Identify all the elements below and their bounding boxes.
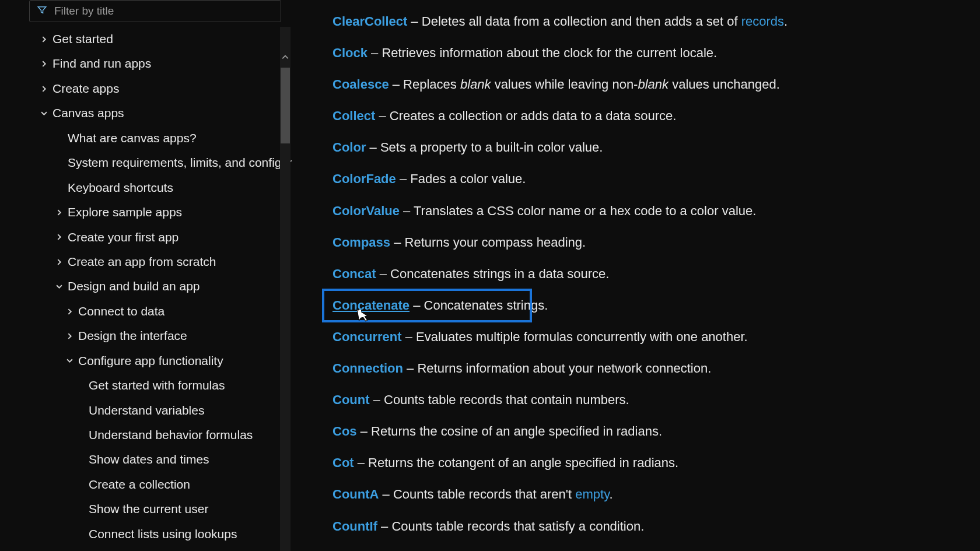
nav-item-label: Find and run apps — [52, 55, 151, 72]
function-entry: Cot – Returns the cotangent of an angle … — [332, 453, 957, 473]
chevron-down-icon[interactable] — [55, 283, 63, 291]
nav-item-label: Connect lists using lookups — [89, 525, 237, 543]
function-link[interactable]: Clock — [332, 45, 368, 60]
function-link[interactable]: Concatenate — [332, 298, 410, 313]
function-entry: ColorFade – Fades a color value. — [332, 169, 957, 189]
function-desc-text: – Returns your compass heading. — [390, 235, 586, 250]
nav-item-label: Connect to data — [78, 303, 164, 320]
function-desc-text: – Creates a collection or adds data to a… — [375, 108, 676, 123]
chevron-right-icon[interactable] — [65, 307, 74, 315]
nav-item-label: System requirements, limits, and configu… — [68, 154, 292, 171]
inline-link[interactable]: records — [741, 14, 784, 29]
function-link[interactable]: Concurrent — [332, 329, 402, 344]
function-link[interactable]: Coalesce — [332, 77, 389, 92]
nav-item-label: Configure app functionality — [78, 352, 223, 370]
function-desc-text: – Counts table records that contain numb… — [370, 392, 629, 407]
nav-item[interactable]: Create your first app — [29, 225, 274, 250]
function-link[interactable]: CountA — [332, 487, 379, 501]
function-desc-text: values unchanged. — [668, 77, 780, 92]
chevron-right-icon[interactable] — [55, 258, 63, 266]
function-entry: Connection – Returns information about y… — [332, 359, 957, 378]
nav-item[interactable]: Show dates and times — [29, 447, 274, 472]
chevron-right-icon[interactable] — [65, 332, 74, 340]
function-desc-italic: blank — [638, 77, 668, 92]
function-entry: ClearCollect – Deletes all data from a c… — [332, 12, 957, 31]
function-entry: Cos – Returns the cosine of an angle spe… — [332, 422, 957, 441]
filter-input[interactable] — [54, 5, 274, 17]
function-desc-text: – Counts table records that satisfy a co… — [377, 519, 644, 534]
function-link[interactable]: Cot — [332, 455, 354, 470]
nav-item[interactable]: Create an app from scratch — [29, 250, 274, 274]
nav-item[interactable]: Show the current user — [29, 497, 274, 521]
nav-item-label: Canvas apps — [52, 104, 124, 122]
function-link[interactable]: Concat — [332, 266, 376, 281]
function-link[interactable]: Count — [332, 392, 370, 407]
nav-item-label: What are canvas apps? — [68, 129, 197, 147]
nav-item[interactable]: Add a flow — [29, 546, 274, 551]
nav-item[interactable]: Connect to data — [29, 299, 274, 324]
chevron-right-icon[interactable] — [55, 233, 63, 241]
nav-item-label: Show the current user — [89, 500, 208, 518]
nav-item[interactable]: Find and run apps — [29, 51, 274, 76]
function-link[interactable]: ClearCollect — [332, 14, 407, 29]
chevron-down-icon[interactable] — [40, 110, 48, 118]
chevron-right-icon[interactable] — [40, 35, 48, 43]
scroll-up-icon[interactable] — [281, 52, 290, 62]
nav-item[interactable]: What are canvas apps? — [29, 126, 274, 150]
function-desc-text: – Sets a property to a built-in color va… — [366, 140, 603, 155]
function-desc-italic: blank — [460, 77, 491, 92]
nav-item-label: Design the interface — [78, 327, 187, 345]
function-desc-text: – Returns the cosine of an angle specifi… — [357, 424, 662, 438]
nav-item[interactable]: Create a collection — [29, 472, 274, 497]
nav-item-label: Explore sample apps — [68, 203, 182, 221]
nav-item[interactable]: Understand variables — [29, 398, 274, 423]
nav-item[interactable]: Get started with formulas — [29, 373, 274, 398]
function-link[interactable]: CountIf — [332, 519, 377, 534]
function-entry: CountA – Counts table records that aren'… — [332, 485, 957, 504]
function-desc-text: . — [610, 487, 613, 501]
function-entry: CountIf – Counts table records that sati… — [332, 517, 957, 536]
function-entry: Concatenate – Concatenates strings. — [332, 296, 957, 315]
function-desc-text: – Deletes all data from a collection and… — [407, 14, 741, 29]
nav-item-label: Get started — [52, 30, 113, 48]
inline-link[interactable]: empty — [575, 487, 609, 501]
function-desc-text: – Fades a color value. — [396, 171, 526, 186]
nav-item-label: Understand variables — [89, 402, 204, 419]
nav-item[interactable]: Design and build an app — [29, 274, 274, 299]
nav-item[interactable]: Design the interface — [29, 324, 274, 348]
function-entry: Coalesce – Replaces blank values while l… — [332, 75, 957, 94]
nav-item-label: Show dates and times — [89, 451, 209, 468]
nav-item[interactable]: Connect lists using lookups — [29, 522, 274, 546]
nav-item-label: Get started with formulas — [89, 377, 225, 394]
nav-item-label: Create your first app — [68, 229, 178, 246]
nav-item-label: Create a collection — [89, 476, 190, 493]
filter-box[interactable] — [29, 0, 281, 22]
chevron-right-icon[interactable] — [55, 208, 63, 216]
nav-item[interactable]: Create apps — [29, 76, 274, 101]
function-link[interactable]: Compass — [332, 235, 390, 250]
function-entry: CountRows – Counts table records. — [332, 548, 957, 551]
function-desc-text: – Returns information about your network… — [403, 361, 711, 375]
nav-item[interactable]: Keyboard shortcuts — [29, 176, 274, 200]
function-link[interactable]: ColorFade — [332, 171, 396, 186]
nav-item[interactable]: Get started — [29, 27, 274, 51]
nav-item[interactable]: Understand behavior formulas — [29, 423, 274, 447]
nav-item[interactable]: Canvas apps — [29, 101, 274, 125]
function-link[interactable]: Collect — [332, 108, 375, 123]
chevron-down-icon[interactable] — [65, 357, 74, 365]
function-entry: Concurrent – Evaluates multiple formulas… — [332, 327, 957, 347]
function-desc-text: values while leaving non- — [491, 77, 638, 92]
function-link[interactable]: Cos — [332, 424, 357, 438]
function-link[interactable]: Color — [332, 140, 366, 155]
function-link[interactable]: Connection — [332, 361, 403, 375]
nav-item[interactable]: System requirements, limits, and configu… — [29, 150, 274, 175]
scrollbar-thumb[interactable] — [281, 68, 290, 143]
nav-item[interactable]: Configure app functionality — [29, 349, 274, 373]
nav-item[interactable]: Explore sample apps — [29, 200, 274, 224]
function-desc-text: – Translates a CSS color name or a hex c… — [400, 203, 756, 218]
chevron-right-icon[interactable] — [40, 85, 48, 93]
function-desc-text: – Retrieves information about the clock … — [368, 45, 717, 60]
function-link[interactable]: ColorValue — [332, 203, 400, 218]
chevron-right-icon[interactable] — [40, 60, 48, 68]
function-desc-text: – Counts table records that aren't — [379, 487, 575, 501]
